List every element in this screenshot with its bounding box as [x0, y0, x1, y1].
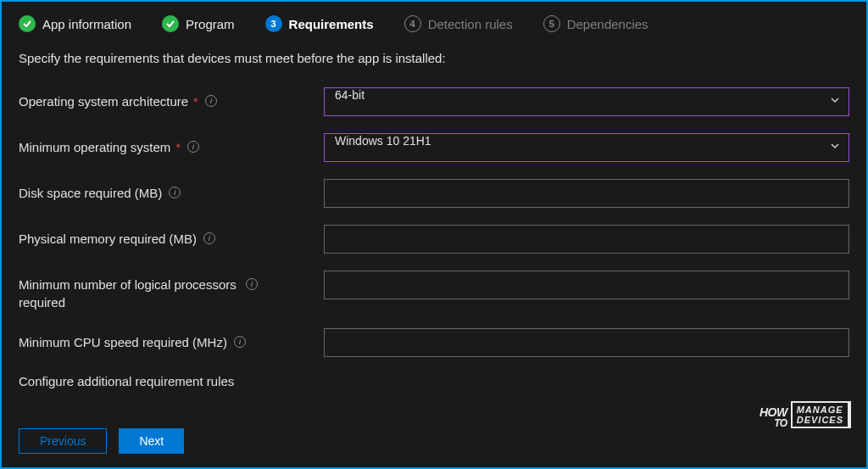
- field-min-os: Minimum operating system * i Windows 10 …: [19, 133, 849, 162]
- tab-app-information[interactable]: App information: [19, 15, 131, 32]
- check-icon: [162, 15, 179, 32]
- page-description: Specify the requirements that devices mu…: [19, 51, 849, 65]
- check-icon: [19, 15, 36, 32]
- field-label: Operating system architecture * i: [19, 87, 324, 110]
- tab-requirements[interactable]: 3 Requirements: [265, 15, 374, 32]
- tab-dependencies[interactable]: 5 Dependencies: [543, 15, 648, 32]
- field-label: Physical memory required (MB) i: [19, 225, 324, 248]
- next-button[interactable]: Next: [119, 428, 184, 454]
- info-icon[interactable]: i: [246, 278, 258, 290]
- min-os-select[interactable]: Windows 10 21H1: [324, 133, 849, 162]
- tab-label: App information: [42, 17, 131, 31]
- field-os-architecture: Operating system architecture * i 64-bit: [19, 87, 849, 116]
- info-icon[interactable]: i: [234, 336, 246, 348]
- wizard-footer-buttons: Previous Next: [19, 428, 184, 454]
- tab-label: Dependencies: [567, 17, 648, 31]
- field-label: Minimum operating system * i: [19, 133, 324, 156]
- field-label: Minimum CPU speed required (MHz) i: [19, 328, 324, 351]
- field-physical-memory: Physical memory required (MB) i: [19, 225, 849, 254]
- field-label: Minimum number of logical processors req…: [19, 271, 324, 311]
- physical-memory-input[interactable]: [324, 225, 849, 254]
- field-cpu-speed: Minimum CPU speed required (MHz) i: [19, 328, 849, 357]
- step-number-badge: 4: [404, 15, 421, 32]
- disk-space-input[interactable]: [324, 179, 849, 208]
- tab-label: Detection rules: [428, 17, 513, 31]
- info-icon[interactable]: i: [203, 232, 215, 244]
- os-architecture-select[interactable]: 64-bit: [324, 87, 849, 116]
- wizard-tabs: App information Program 3 Requirements 4…: [19, 15, 849, 32]
- tab-label: Program: [186, 17, 235, 31]
- step-number-badge: 5: [543, 15, 560, 32]
- tab-program[interactable]: Program: [162, 15, 235, 32]
- additional-rules-heading: Configure additional requirement rules: [19, 374, 849, 388]
- field-disk-space: Disk space required (MB) i: [19, 179, 849, 208]
- field-label: Disk space required (MB) i: [19, 179, 324, 202]
- field-logical-processors: Minimum number of logical processors req…: [19, 271, 849, 311]
- watermark: HOW TO MANAGE DEVICES: [760, 401, 851, 428]
- required-asterisk: *: [193, 92, 198, 110]
- required-asterisk: *: [175, 138, 181, 156]
- step-number-badge: 3: [265, 15, 282, 32]
- logical-processors-input[interactable]: [324, 271, 849, 299]
- previous-button[interactable]: Previous: [19, 428, 107, 454]
- info-icon[interactable]: i: [169, 187, 181, 198]
- info-icon[interactable]: i: [205, 95, 217, 107]
- info-icon[interactable]: i: [187, 141, 199, 153]
- cpu-speed-input[interactable]: [324, 328, 849, 357]
- tab-detection-rules[interactable]: 4 Detection rules: [404, 15, 513, 32]
- tab-label: Requirements: [289, 17, 374, 31]
